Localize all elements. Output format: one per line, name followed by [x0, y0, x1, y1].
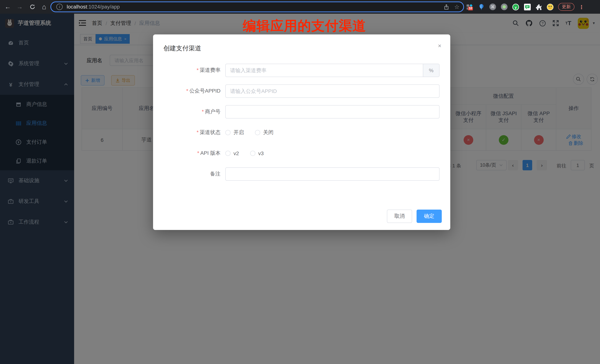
url-host: localhost [67, 4, 87, 10]
extension-recorder-icon[interactable] [501, 3, 508, 10]
form-row-api-version: *API 版本 v2 v3 [153, 147, 442, 160]
form-row-status: *渠道状态 开启 关闭 [153, 126, 442, 139]
required-asterisk: * [202, 109, 204, 114]
url-path: :1024/pay/app [87, 4, 120, 10]
browser-reload-icon[interactable] [28, 0, 37, 14]
required-asterisk: * [197, 150, 199, 156]
rate-input-group: % [225, 64, 440, 77]
url-text[interactable]: localhost:1024/pay/app [67, 4, 120, 10]
dialog-form: *渠道费率 % *公众号APPID *商户号 *渠道状态 [153, 64, 442, 188]
dialog-close-icon[interactable]: × [438, 43, 441, 49]
appid-input[interactable] [225, 84, 440, 98]
appid-label: *公众号APPID [153, 88, 225, 94]
browser-update-button[interactable]: 更新 [558, 3, 574, 11]
required-asterisk: * [197, 67, 199, 73]
browser-home-icon[interactable]: ⌂ [39, 0, 49, 14]
browser-back-icon[interactable]: ← [3, 0, 13, 14]
radio-circle-icon [225, 130, 231, 135]
address-bar[interactable]: i localhost:1024/pay/app ☆ [50, 1, 464, 12]
api-version-label: *API 版本 [153, 150, 225, 157]
extensions-puzzle-icon[interactable] [535, 3, 542, 10]
merchant-input[interactable] [225, 105, 440, 118]
radio-circle-icon [255, 130, 260, 135]
svg-text:y: y [515, 5, 517, 9]
cancel-button[interactable]: 取消 [387, 209, 412, 223]
required-asterisk: * [197, 129, 199, 135]
api-v3-label: v3 [258, 150, 264, 156]
status-on-radio[interactable]: 开启 [225, 129, 244, 136]
browser-toolbar: ← → ⌂ i localhost:1024/pay/app ☆ 10 [0, 0, 600, 14]
status-off-label: 关闭 [263, 129, 273, 136]
form-row-rate: *渠道费率 % [153, 64, 442, 77]
dialog-footer: 取消 确定 [387, 209, 442, 223]
form-row-appid: *公众号APPID [153, 84, 442, 98]
merchant-label: *商户号 [153, 109, 225, 115]
bookmark-star-icon[interactable]: ☆ [454, 3, 459, 10]
rate-label: *渠道费率 [153, 67, 225, 74]
extension-y-icon[interactable]: y [512, 3, 519, 10]
rate-input[interactable] [226, 64, 423, 77]
extension-balloon-icon[interactable] [478, 3, 485, 10]
dialog-title: 创建支付渠道 [163, 44, 201, 53]
radio-circle-icon [250, 151, 255, 156]
api-v2-radio[interactable]: v2 [225, 150, 239, 156]
share-icon[interactable] [443, 4, 449, 10]
api-v3-radio[interactable]: v3 [250, 150, 264, 156]
browser-forward-icon[interactable]: → [15, 0, 24, 14]
radio-circle-icon [225, 151, 231, 156]
status-label: *渠道状态 [153, 129, 225, 136]
extension-badge: 10 [468, 7, 473, 10]
browser-menu-icon[interactable]: ⋮ [579, 4, 583, 10]
extension-chat-icon[interactable] [524, 3, 531, 10]
extensions-area: 10 ⌘ y 更新 ⋮ [466, 0, 583, 14]
extension-tab-manager-icon[interactable]: 10 [466, 3, 473, 10]
annotation-text: 编辑应用的支付渠道 [243, 17, 366, 35]
remark-input[interactable] [225, 167, 440, 181]
extension-command-icon[interactable]: ⌘ [489, 3, 496, 10]
form-row-remark: 备注 [153, 167, 442, 181]
form-row-merchant: *商户号 [153, 105, 442, 118]
remark-label: 备注 [153, 171, 225, 177]
required-asterisk: * [186, 88, 188, 94]
status-on-label: 开启 [234, 129, 244, 136]
screen: ← → ⌂ i localhost:1024/pay/app ☆ 10 [0, 0, 600, 364]
status-off-radio[interactable]: 关闭 [255, 129, 273, 136]
create-payment-channel-dialog: 创建支付渠道 × *渠道费率 % *公众号APPID *商户号 [153, 35, 450, 230]
site-info-icon[interactable]: i [56, 4, 63, 10]
api-v2-label: v2 [234, 150, 239, 156]
confirm-button[interactable]: 确定 [417, 209, 442, 223]
profile-avatar-icon[interactable] [547, 3, 554, 10]
percent-suffix: % [423, 64, 439, 77]
svg-text:⌘: ⌘ [491, 5, 495, 9]
